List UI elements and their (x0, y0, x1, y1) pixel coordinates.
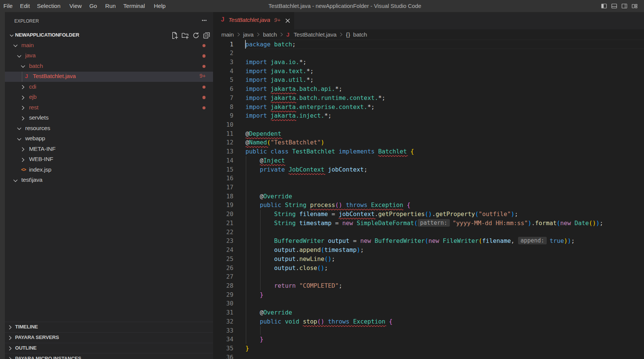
chevron-right-icon (20, 105, 26, 112)
toggle-panel-icon[interactable] (611, 3, 617, 9)
code-line-35: } (245, 344, 249, 353)
section-label: TIMELINE (15, 324, 38, 330)
section-outline[interactable]: OUTLINE (5, 343, 213, 353)
code-line-3: import java.io.*; (245, 58, 307, 67)
tree-item-label: java (25, 52, 36, 59)
tree-item-index-jsp[interactable]: <>index.jsp (5, 165, 213, 175)
explorer-sidebar: EXPLORER NEWAPPLICATIONFOLDER mainjavaba… (5, 12, 213, 359)
code-line-28: return "COMPLETED"; (245, 281, 342, 290)
menu-go[interactable]: Go (89, 0, 97, 12)
current-line-highlight (245, 40, 644, 49)
line-number: 3 (213, 58, 233, 67)
section-timeline[interactable]: TIMELINE (5, 322, 213, 332)
menu-selection[interactable]: Selection (37, 0, 60, 12)
tree-item-meta-inf[interactable]: META-INF (5, 144, 213, 155)
line-number: 9 (213, 111, 233, 120)
line-number: 33 (213, 326, 233, 335)
menu-help[interactable]: Help (154, 0, 166, 12)
tree-item-test-java[interactable]: test\java (5, 175, 213, 186)
new-folder-icon[interactable] (181, 32, 189, 41)
menu-terminal[interactable]: Terminal (123, 0, 145, 12)
collapse-all-icon[interactable] (203, 32, 210, 41)
tree-item-rest[interactable]: rest (5, 103, 213, 113)
line-number: 26 (213, 264, 233, 273)
line-number: 8 (213, 103, 233, 112)
menu-file[interactable]: File (3, 0, 12, 12)
line-number: 6 (213, 84, 233, 94)
section-label: PAYARA SERVERS (15, 334, 59, 340)
line-number: 13 (213, 147, 233, 156)
code-editor[interactable]: 1package batch;23import java.io.*;4impor… (213, 12, 644, 359)
line-number: 30 (213, 299, 233, 308)
tree-item-batch[interactable]: batch (5, 61, 213, 72)
chevron-down-icon (12, 178, 18, 185)
error-squiggle (303, 325, 386, 327)
customize-layout-icon[interactable] (632, 3, 638, 9)
line-number: 4 (213, 67, 233, 76)
toggle-sidebar-icon[interactable] (601, 3, 607, 9)
line-number: 34 (213, 335, 233, 344)
explorer-title: EXPLORER (14, 18, 39, 24)
vscode-window: FileEditSelectionViewGoRunTerminalHelp T… (0, 0, 644, 359)
explorer-tree: mainjavabatchJTestBatchlet.java9+cdiejbr… (5, 40, 213, 186)
error-dot-badge (202, 106, 206, 110)
tree-item-main[interactable]: main (5, 40, 213, 51)
refresh-icon[interactable] (192, 32, 200, 41)
line-number: 29 (213, 290, 233, 299)
chevron-right-icon (20, 84, 26, 92)
jsp-file-icon: <> (21, 167, 26, 172)
line-number: 27 (213, 272, 233, 281)
menu-view[interactable]: View (69, 0, 82, 12)
code-line-4: import java.text.*; (245, 67, 314, 76)
project-root-row[interactable]: NEWAPPLICATIONFOLDER (5, 29, 213, 41)
menu-edit[interactable]: Edit (20, 0, 30, 12)
chevron-right-icon (7, 356, 13, 359)
layout-controls (601, 3, 638, 9)
line-number: 11 (213, 129, 233, 138)
chevron-right-icon (7, 324, 13, 332)
explorer-pane-header: EXPLORER (5, 12, 213, 29)
line-number: 24 (213, 245, 233, 255)
tree-indent-guide (22, 72, 22, 82)
project-root-label: NEWAPPLICATIONFOLDER (15, 32, 79, 38)
tree-item-servlets[interactable]: servlets (5, 113, 213, 124)
line-number: 12 (213, 138, 233, 147)
error-dot-badge (202, 44, 206, 48)
chevron-down-icon (16, 126, 22, 133)
tree-item-label: ejb (29, 94, 37, 100)
code-line-20: String filename = jobContext.getProperti… (245, 210, 518, 219)
tree-item-resources[interactable]: resources (5, 123, 213, 134)
section-payara-servers[interactable]: PAYARA SERVERS (5, 332, 213, 343)
editor-group: J TestBatchlet.java 9+ mainjavabatchJTes… (213, 12, 644, 359)
line-number: 16 (213, 174, 233, 183)
text-cursor (245, 40, 246, 49)
tree-item-webapp[interactable]: webapp (5, 134, 213, 144)
more-actions-icon[interactable] (201, 17, 207, 24)
menu-run[interactable]: Run (105, 0, 116, 12)
chevron-right-icon (20, 95, 26, 102)
tree-item-web-inf[interactable]: WEB-INF (5, 155, 213, 165)
section-payara-micro-instances[interactable]: PAYARA MICRO INSTANCES (5, 353, 213, 359)
chevron-right-icon (7, 335, 13, 342)
new-file-icon[interactable] (171, 32, 178, 41)
tree-item-ejb[interactable]: ejb (5, 92, 213, 103)
chevron-right-icon (7, 345, 13, 353)
inlay-hint: append: (518, 237, 547, 244)
tree-item-java[interactable]: java (5, 51, 213, 61)
line-number: 7 (213, 94, 233, 103)
activity-bar-strip (0, 12, 5, 359)
line-number: 2 (213, 49, 233, 58)
tree-item-cdi[interactable]: cdi (5, 82, 213, 92)
line-number: 36 (213, 353, 233, 359)
line-number: 19 (213, 201, 233, 210)
error-count-badge: 9+ (199, 73, 206, 79)
code-line-8: import jakarta.enterprise.context.*; (245, 103, 374, 112)
chevron-right-icon (20, 115, 26, 123)
line-number: 22 (213, 228, 233, 237)
chevron-right-icon (20, 146, 26, 154)
tree-item-label: WEB-INF (29, 156, 53, 163)
line-number: 21 (213, 219, 233, 228)
toggle-secondary-sidebar-icon[interactable] (621, 3, 627, 9)
tree-item-testbatchlet-java[interactable]: JTestBatchlet.java9+ (5, 72, 213, 82)
chevron-down-icon (16, 136, 22, 144)
